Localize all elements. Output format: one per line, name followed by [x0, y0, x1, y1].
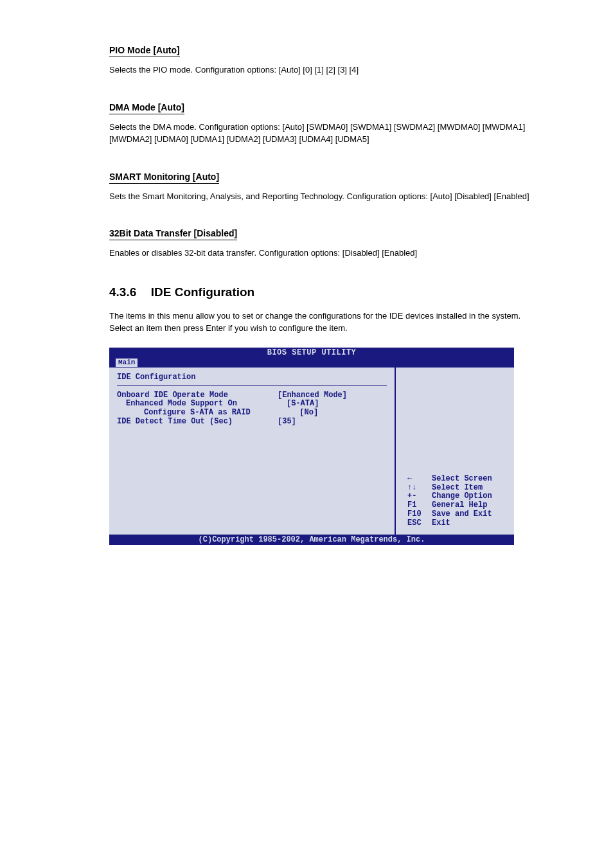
bios-screen: BIOS SETUP UTILITY Main IDE Configuratio… — [109, 348, 514, 545]
bios-footer: (C)Copyright 1985-2002, American Megatre… — [109, 535, 514, 545]
bios-tab-main[interactable]: Main — [116, 359, 138, 367]
bios-row[interactable]: Configure S-ATA as RAID [No] — [117, 409, 387, 418]
arrows-updown-icon: ↑↓ — [407, 484, 432, 493]
bios-row[interactable]: IDE Detect Time Out (Sec) [35] — [117, 418, 387, 427]
bios-menu-bar[interactable]: Main — [109, 358, 514, 368]
bios-help-action: Select Item — [432, 484, 483, 493]
page-section-title: IDE Configuration — [151, 285, 254, 299]
bios-right-pane: ← Select Screen ↑↓ Select Item +- Change… — [395, 368, 514, 535]
bios-help-row: ← Select Screen — [407, 475, 492, 484]
bios-row-value: [35] — [278, 418, 368, 427]
bios-row[interactable]: Enhanced Mode Support On [S-ATA] — [117, 400, 387, 409]
bios-help-action: Exit — [432, 519, 450, 528]
bios-divider — [117, 385, 387, 386]
section-heading-pio: PIO Mode [Auto] — [109, 45, 180, 57]
section-body-smart: Sets the Smart Monitoring, Analysis, and… — [109, 190, 536, 203]
bios-row-label: IDE Detect Time Out (Sec) — [117, 418, 278, 427]
bios-help-row: +- Change Option — [407, 492, 492, 501]
bios-row-value: [No] — [299, 409, 387, 418]
bios-row-label: Onboard IDE Operate Mode — [117, 391, 278, 400]
bios-help-action: Change Option — [432, 492, 492, 501]
bios-title: BIOS SETUP UTILITY — [109, 348, 514, 358]
bios-help-key: +- — [407, 492, 432, 501]
section-body-transfer: Enables or disables 32-bit data transfer… — [109, 247, 536, 260]
bios-ide-config-header: IDE Configuration — [117, 373, 387, 382]
bios-row-label: Enhanced Mode Support On — [117, 400, 287, 409]
section-heading-smart: SMART Monitoring [Auto] — [109, 172, 219, 184]
bios-help-key: ESC — [407, 519, 432, 528]
section-body-pio: Selects the PIO mode. Configuration opti… — [109, 64, 536, 76]
bios-help-action: Save and Exit — [432, 510, 492, 519]
section-heading-dma: DMA Mode [Auto] — [109, 102, 184, 114]
bios-help-panel: ← Select Screen ↑↓ Select Item +- Change… — [407, 475, 492, 528]
bios-row[interactable]: Onboard IDE Operate Mode [Enhanced Mode] — [117, 391, 387, 400]
page-section-number: 4.3.6 — [109, 285, 136, 299]
section-heading-transfer: 32Bit Data Transfer [Disabled] — [109, 228, 237, 240]
bios-help-key: F10 — [407, 510, 432, 519]
bios-help-row: ESC Exit — [407, 519, 492, 528]
bios-rows: Onboard IDE Operate Mode [Enhanced Mode]… — [117, 391, 387, 427]
section-body-dma: Selects the DMA mode. Configuration opti… — [109, 121, 536, 146]
bios-row-value: [Enhanced Mode] — [278, 391, 368, 400]
bios-help-action: General Help — [432, 501, 487, 510]
bios-help-key: F1 — [407, 501, 432, 510]
page-section-body: The items in this menu allow you to set … — [109, 310, 536, 335]
arrow-left-icon: ← — [407, 475, 432, 484]
bios-help-row: ↑↓ Select Item — [407, 484, 492, 493]
bios-row-label: Configure S-ATA as RAID — [117, 409, 299, 418]
bios-help-action: Select Screen — [432, 475, 492, 484]
bios-help-row: F10 Save and Exit — [407, 510, 492, 519]
bios-left-pane[interactable]: IDE Configuration Onboard IDE Operate Mo… — [109, 368, 395, 535]
bios-row-value: [S-ATA] — [287, 400, 377, 409]
bios-help-row: F1 General Help — [407, 501, 492, 510]
